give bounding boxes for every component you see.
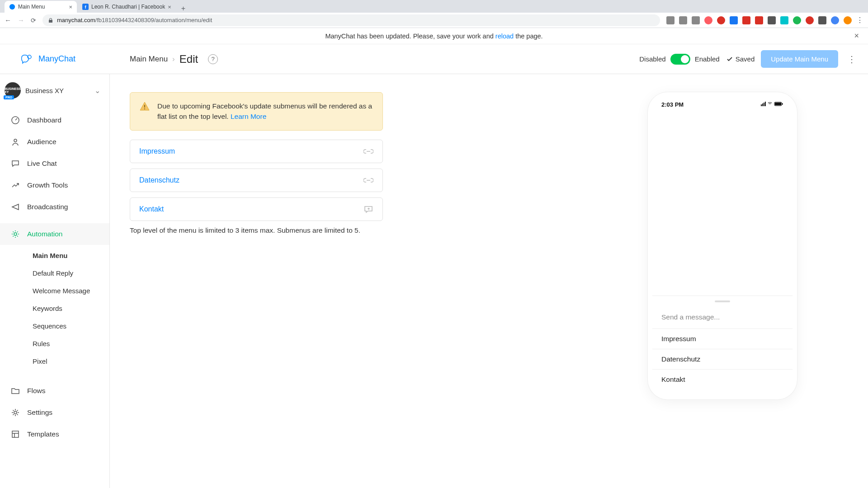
ext-icon[interactable] [742,16,750,24]
more-options-icon[interactable]: ⋮ [844,54,859,65]
forward-icon[interactable]: → [18,16,24,24]
primary-nav: Dashboard Audience Live Chat Growth Tool… [0,107,109,445]
sidebar-item-label: Templates [27,430,59,438]
browser-menu-icon[interactable]: ⋮ [856,16,863,24]
ext-icon[interactable] [806,16,814,24]
menu-item-label: Datenschutz [139,176,179,184]
ext-icon[interactable] [704,16,712,24]
subnav-sequences[interactable]: Sequences [0,317,109,335]
subnav-keywords[interactable]: Keywords [0,300,109,317]
ext-icon[interactable] [755,16,763,24]
chevron-down-icon: ⌄ [94,86,100,95]
sidebar-item-label: Dashboard [27,116,61,124]
ext-icon[interactable] [831,16,839,24]
sidebar-item-dashboard[interactable]: Dashboard [0,109,109,131]
reload-icon[interactable]: ⟳ [31,17,36,24]
sidebar-item-audience[interactable]: Audience [0,131,109,153]
sidebar-item-live-chat[interactable]: Live Chat [0,153,109,174]
subnav-rules[interactable]: Rules [0,335,109,352]
page-title: Edit [179,53,198,66]
svg-point-7 [14,411,17,414]
logo[interactable]: ManyChat [0,54,110,64]
sidebar-item-label: Broadcasting [27,203,68,211]
growth-icon [11,181,20,190]
svg-rect-14 [765,102,766,106]
logo-text: ManyChat [38,54,75,64]
templates-icon [11,430,20,439]
browser-tab-active[interactable]: Main Menu × [5,1,77,13]
header-controls: Disabled Enabled Saved Update Main Menu … [639,50,868,68]
update-notification: ManyChat has been updated. Please, save … [0,28,868,44]
chevron-right-icon: › [172,55,175,64]
browser-tab-inactive[interactable]: f Leon R. Chaudhari | Facebook × [78,1,176,13]
sidebar-item-automation[interactable]: Automation [0,223,109,245]
sidebar-item-broadcasting[interactable]: Broadcasting [0,196,109,218]
close-icon[interactable]: × [168,4,171,10]
learn-more-link[interactable]: Learn More [231,113,266,120]
facebook-favicon-icon: f [82,4,89,10]
sidebar-item-settings[interactable]: Settings [0,402,109,423]
browser-tabs-bar: Main Menu × f Leon R. Chaudhari | Facebo… [0,0,868,13]
content-area: Due to upcoming Facebook's update submen… [110,74,868,488]
svg-rect-13 [764,103,764,106]
sidebar-item-templates[interactable]: Templates [0,423,109,445]
limit-text: Top level of the menu is limited to 3 it… [130,226,383,235]
update-main-menu-button[interactable]: Update Main Menu [761,50,838,68]
subnav-default-reply[interactable]: Default Reply [0,264,109,282]
subnav-main-menu[interactable]: Main Menu [0,247,109,264]
tab-title: Leon R. Chaudhari | Facebook [91,4,165,10]
subnav-welcome-message[interactable]: Welcome Message [0,282,109,300]
menu-items-list: Impressum Datenschutz Kontakt [130,140,383,221]
reload-link[interactable]: reload [495,33,514,40]
ext-icon[interactable] [692,16,700,24]
sidebar-item-growth-tools[interactable]: Growth Tools [0,174,109,196]
sidebar-item-label: Growth Tools [27,181,68,189]
ext-icon[interactable] [717,16,725,24]
sidebar-item-label: Audience [27,138,57,146]
ext-icon[interactable] [730,16,738,24]
svg-rect-10 [144,108,145,109]
url-text: manychat.com/fb181039443240830​9/automat… [57,17,212,23]
svg-rect-12 [762,103,763,106]
workspace-avatar-icon: BUSINESS XY PRO [5,82,21,99]
pro-badge: PRO [4,95,14,99]
ext-icon[interactable] [666,16,675,24]
ext-icon[interactable] [793,16,801,24]
menu-item[interactable]: Impressum [130,140,383,163]
close-icon[interactable]: × [854,31,859,41]
subnav-pixel[interactable]: Pixel [0,352,109,370]
phone-status-bar: 2:03 PM [652,99,793,111]
enabled-toggle[interactable] [670,54,690,65]
close-icon[interactable]: × [69,4,72,10]
ext-icon[interactable] [780,16,788,24]
workspace-selector[interactable]: BUSINESS XY PRO Business XY ⌄ [0,74,109,107]
phone-status-icons [761,101,783,108]
menu-item-label: Kontakt [139,205,164,213]
ext-icon[interactable] [679,16,687,24]
svg-rect-17 [782,103,783,105]
lock-icon [48,18,53,23]
composer-input: Send a message... [652,306,793,328]
sidebar-item-flows[interactable]: Flows [0,380,109,402]
help-icon[interactable]: ? [208,54,218,64]
sidebar-item-label: Settings [27,408,52,417]
phone-preview: 2:03 PM Send a message... Impressum Date… [648,92,797,399]
enable-toggle-group: Disabled Enabled [639,54,719,65]
ext-icon[interactable] [768,16,776,24]
back-icon[interactable]: ← [5,16,11,24]
chat-icon [11,159,20,168]
profile-avatar-icon[interactable] [844,16,852,24]
svg-rect-8 [12,431,19,437]
menu-item[interactable]: Datenschutz [130,169,383,192]
audience-icon [11,137,20,146]
breadcrumb-parent[interactable]: Main Menu [130,55,168,64]
new-tab-button[interactable]: + [177,5,190,13]
ext-icon[interactable] [818,16,826,24]
drag-handle-icon [715,300,730,302]
menu-item[interactable]: Kontakt [130,197,383,221]
preview-menu-item: Impressum [652,328,793,349]
sidebar: BUSINESS XY PRO Business XY ⌄ Dashboard … [0,74,110,488]
workspace-name: Business XY [25,87,64,94]
address-bar[interactable]: manychat.com/fb181039443240830​9/automat… [42,14,660,26]
tab-title: Main Menu [18,4,45,10]
